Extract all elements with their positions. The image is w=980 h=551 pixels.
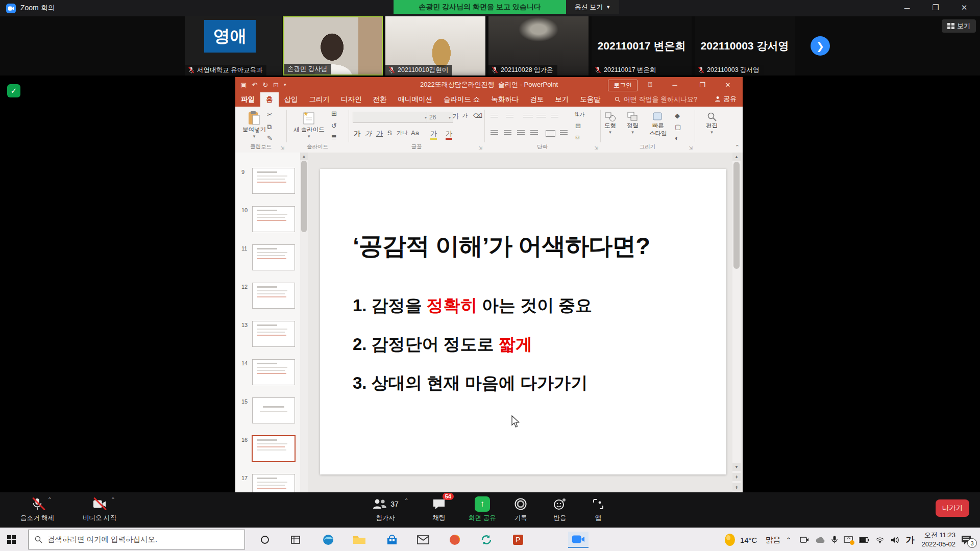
scroll-up-icon[interactable]: ▲ bbox=[732, 153, 741, 161]
tab-home[interactable]: 홈 bbox=[260, 92, 279, 107]
slide-thumbnail[interactable]: 13 bbox=[235, 321, 300, 346]
text-direction-icon[interactable]: ⇅가 bbox=[574, 111, 584, 118]
align-right-icon[interactable] bbox=[517, 130, 525, 136]
scroll-down-icon[interactable]: ▼ bbox=[732, 463, 741, 471]
tray-mic-icon[interactable] bbox=[831, 536, 838, 544]
clear-format-icon[interactable]: ⌫ bbox=[473, 112, 482, 119]
slide-thumbnail-selected[interactable]: 16 bbox=[235, 436, 300, 461]
tab-insert[interactable]: 삽입 bbox=[279, 92, 304, 107]
notification-center-icon[interactable]: 3 bbox=[961, 535, 973, 545]
chat-button[interactable]: 54 채팅 bbox=[419, 496, 459, 522]
arrange-button[interactable]: 정렬 ▾ bbox=[627, 112, 639, 135]
slide-thumbnail[interactable]: 11 bbox=[235, 244, 300, 269]
align-left-icon[interactable] bbox=[491, 130, 498, 136]
video-tile[interactable]: 202110010김현이 bbox=[385, 16, 485, 76]
increase-indent-icon[interactable] bbox=[536, 113, 546, 118]
dialog-launcher-icon[interactable]: ⇲ bbox=[280, 145, 284, 151]
video-tile[interactable]: 영애 서영대학교 유아교육과 bbox=[185, 16, 282, 76]
reactions-button[interactable]: 반응 bbox=[542, 496, 578, 522]
copy-icon[interactable]: ⧉ bbox=[267, 123, 272, 131]
justify-icon[interactable] bbox=[530, 130, 538, 136]
quick-access-caret-icon[interactable]: ▾ bbox=[284, 82, 286, 87]
video-tile[interactable]: 손광민 강사님 bbox=[283, 16, 383, 76]
font-color-button[interactable]: 가 bbox=[446, 129, 452, 140]
tray-expand-icon[interactable]: ⌃ bbox=[786, 536, 792, 544]
dialog-launcher-icon[interactable]: ⇲ bbox=[689, 145, 693, 151]
tab-slideshow[interactable]: 슬라이드 쇼 bbox=[438, 92, 485, 107]
paste-button[interactable]: 붙여넣기 ▾ bbox=[242, 111, 266, 139]
leave-meeting-button[interactable]: 나가기 bbox=[936, 499, 969, 517]
weather-text[interactable]: 14°C 맑음 bbox=[740, 535, 781, 545]
wifi-icon[interactable] bbox=[875, 537, 885, 543]
columns-icon[interactable] bbox=[546, 130, 555, 137]
participants-button[interactable]: 37 ⌃ 참가자 bbox=[357, 496, 413, 522]
taskbar-app-file-explorer-icon[interactable] bbox=[349, 532, 370, 548]
chevron-up-icon[interactable]: ⌃ bbox=[47, 496, 52, 503]
tab-view[interactable]: 보기 bbox=[549, 92, 574, 107]
redo-icon[interactable]: ↻ bbox=[262, 81, 268, 89]
video-tile[interactable]: 202110017 변은희 202110017 변은희 bbox=[592, 16, 692, 76]
volume-icon[interactable] bbox=[891, 536, 900, 544]
task-view-icon[interactable] bbox=[288, 533, 303, 547]
tab-file[interactable]: 파일 bbox=[235, 92, 260, 107]
ribbon-display-options-icon[interactable]: ⍐ bbox=[640, 77, 661, 92]
ppt-close-button[interactable]: ✕ bbox=[717, 77, 739, 92]
format-painter-icon[interactable]: ✎ bbox=[267, 134, 273, 142]
tab-animations[interactable]: 애니메이션 bbox=[393, 92, 438, 107]
shape-fill-icon[interactable]: ◆ bbox=[675, 112, 680, 119]
view-options-button[interactable]: 옵션 보기 ▼ bbox=[566, 0, 619, 14]
dialog-launcher-icon[interactable]: ⇲ bbox=[594, 145, 598, 151]
undo-icon[interactable]: ↶ bbox=[252, 81, 257, 89]
security-shield-icon[interactable]: ✓ bbox=[7, 84, 20, 97]
align-text-icon[interactable]: ⊟ bbox=[575, 122, 581, 130]
record-button[interactable]: 기록 bbox=[503, 496, 538, 522]
new-slide-button[interactable]: 새 슬라이드 ▾ bbox=[293, 111, 325, 139]
start-video-button[interactable]: ⌃ 비디오 시작 bbox=[71, 496, 128, 522]
start-button[interactable] bbox=[7, 535, 16, 544]
next-slide-icon[interactable]: ⇟ bbox=[732, 483, 741, 491]
tab-transitions[interactable]: 전환 bbox=[368, 92, 393, 107]
layout-icon[interactable]: ⊞ bbox=[331, 110, 337, 117]
dialog-launcher-icon[interactable]: ⇲ bbox=[478, 145, 482, 151]
slideshow-icon[interactable]: ⊡ bbox=[273, 81, 279, 89]
collapse-ribbon-icon[interactable]: ⌃ bbox=[735, 144, 740, 151]
taskbar-app-firefox-icon[interactable] bbox=[445, 532, 465, 548]
onedrive-cloud-icon[interactable] bbox=[815, 537, 825, 543]
battery-icon[interactable] bbox=[859, 537, 869, 543]
tab-draw[interactable]: 그리기 bbox=[304, 92, 336, 107]
next-participants-button[interactable]: ❯ bbox=[811, 36, 830, 56]
decrease-indent-icon[interactable] bbox=[523, 113, 533, 118]
ime-indicator[interactable]: 가 bbox=[906, 534, 915, 546]
shape-outline-icon[interactable]: ▢ bbox=[675, 123, 681, 131]
tab-record[interactable]: 녹화하다 bbox=[485, 92, 524, 107]
taskbar-app-sync-icon[interactable] bbox=[476, 532, 497, 548]
reset-icon[interactable]: ↺ bbox=[331, 122, 337, 130]
tab-design[interactable]: 디자인 bbox=[335, 92, 368, 107]
taskbar-app-powerpoint-icon[interactable]: P bbox=[508, 532, 528, 548]
slide-thumbnail[interactable]: 17 bbox=[235, 474, 300, 492]
taskbar-app-edge-icon[interactable] bbox=[318, 532, 338, 548]
section-icon[interactable]: ≣ bbox=[331, 133, 337, 141]
taskbar-app-mail-icon[interactable] bbox=[413, 532, 433, 548]
font-size-combo[interactable]: 26▾ bbox=[427, 112, 453, 123]
slide-thumbnail[interactable]: 12 bbox=[235, 283, 300, 308]
add-remove-columns-icon[interactable] bbox=[560, 130, 568, 136]
bold-button[interactable]: 가 bbox=[354, 129, 360, 138]
previous-slide-icon[interactable]: ⇞ bbox=[732, 473, 741, 481]
grow-font-icon[interactable]: 가 bbox=[452, 112, 459, 121]
maximize-button[interactable]: ❐ bbox=[923, 0, 948, 15]
taskbar-app-zoom-icon[interactable] bbox=[568, 532, 589, 548]
align-center-icon[interactable] bbox=[504, 130, 511, 136]
bullets-icon[interactable] bbox=[491, 113, 498, 118]
italic-button[interactable]: 가 bbox=[365, 129, 372, 138]
highlight-color-button[interactable]: 가 bbox=[430, 129, 437, 140]
char-spacing-button[interactable]: 가나 bbox=[397, 129, 408, 137]
ppt-maximize-button[interactable]: ❐ bbox=[692, 77, 713, 92]
cortana-icon[interactable] bbox=[258, 533, 272, 547]
quick-styles-button[interactable]: 빠른 스타일 bbox=[649, 112, 667, 137]
tell-me-search[interactable]: 어떤 작업을 원하시나요? bbox=[615, 92, 697, 107]
tab-review[interactable]: 검토 bbox=[524, 92, 549, 107]
save-icon[interactable]: ▣ bbox=[240, 81, 247, 89]
editing-button[interactable]: 편집 ▾ bbox=[706, 112, 718, 135]
unmute-button[interactable]: ⌃ 음소거 해제 bbox=[9, 496, 65, 522]
